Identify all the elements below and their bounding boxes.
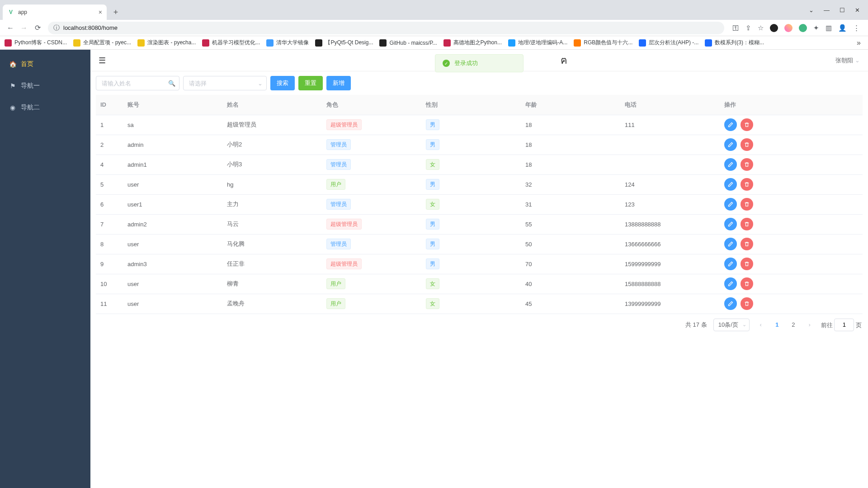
share-icon[interactable]: ⇪ (745, 24, 751, 32)
bookmark-item[interactable]: 层次分析法(AHP) -... (639, 39, 698, 47)
edit-button[interactable] (724, 138, 737, 151)
check-circle-icon: ✓ (443, 60, 450, 67)
bookmark-item[interactable]: 【PyQt5-Qt Desig... (315, 39, 373, 47)
delete-button[interactable] (741, 118, 753, 131)
toast-text: 登录成功 (454, 59, 478, 67)
browser-tab[interactable]: V app × (3, 5, 107, 20)
delete-button[interactable] (741, 158, 753, 171)
delete-button[interactable] (741, 297, 753, 310)
back-button[interactable]: ← (4, 21, 17, 35)
bookmark-item[interactable]: GitHub - maicss/P... (379, 39, 437, 47)
cell-account: user1 (123, 194, 222, 214)
page-number[interactable]: 1 (772, 319, 782, 331)
site-info-icon[interactable]: ⓘ (53, 24, 60, 32)
reload-button[interactable]: ⟳ (31, 21, 44, 35)
role-tag: 管理员 (326, 199, 351, 210)
delete-button[interactable] (741, 138, 753, 151)
bookmark-item[interactable]: 清华大学镜像 (266, 39, 309, 47)
edit-button[interactable] (724, 198, 737, 211)
sidebar-item[interactable]: ⚑导航一 (0, 75, 90, 97)
delete-button[interactable] (741, 198, 753, 211)
bookmark-item[interactable]: 全局配置项 - pyec... (73, 39, 131, 47)
bookmark-label: 机器学习模型优化... (212, 39, 260, 47)
maximize-icon[interactable]: ☐ (840, 7, 845, 14)
profile-avatar[interactable]: 👤 (838, 24, 847, 32)
table-row: 7admin2马云超级管理员男5513888888888 (96, 214, 863, 234)
edit-button[interactable] (724, 258, 737, 270)
browser-toolbar: ← → ⟳ ⓘ localhost:8080/home ⚿ ⇪ ☆ ✦ ▥ 👤 … (0, 20, 868, 36)
reset-button[interactable]: 重置 (298, 76, 323, 90)
cell-name: hg (222, 174, 322, 194)
edit-button[interactable] (724, 158, 737, 171)
user-menu[interactable]: 张朝阳 ⌄ (835, 56, 860, 65)
cell-ops (720, 254, 863, 274)
collapse-sidebar-button[interactable]: ☰ (99, 56, 106, 66)
vue-devtools-icon[interactable] (799, 24, 807, 32)
extension-icon[interactable] (770, 24, 778, 32)
search-button[interactable]: 搜索 (270, 76, 295, 90)
mascot-icon: ฅ (561, 52, 567, 68)
bookmark-item[interactable]: Python博客 - CSDN... (5, 39, 67, 47)
role-select[interactable]: ⌄ (183, 76, 267, 90)
cell-sex: 男 (421, 135, 521, 155)
sidebar-item-icon: ⚑ (9, 82, 16, 89)
table-row: 11user孟晚舟用户女4513999999999 (96, 294, 863, 314)
cell-id: 10 (96, 274, 123, 294)
bookmark-favicon (639, 39, 646, 47)
delete-button[interactable] (741, 218, 753, 230)
edit-button[interactable] (724, 238, 737, 250)
page-size-select[interactable]: 10条/页⌄ (713, 319, 750, 331)
extension-icon[interactable] (784, 24, 793, 32)
delete-button[interactable] (741, 178, 753, 191)
sidebar-item-label: 导航一 (21, 82, 40, 90)
edit-button[interactable] (724, 218, 737, 230)
cell-account: sa (123, 115, 222, 135)
bookmark-item[interactable]: 地理/逆地理编码-A... (508, 39, 567, 47)
page-number[interactable]: 2 (788, 319, 798, 331)
prev-page-button[interactable]: ‹ (756, 319, 766, 331)
edit-button[interactable] (724, 297, 737, 310)
browser-tab-strip: V app × + ⌄ — ☐ ✕ (0, 0, 868, 20)
edit-button[interactable] (724, 178, 737, 191)
cell-account: admin1 (123, 155, 222, 174)
bookmark-item[interactable]: 数模系列(3)：模糊... (705, 39, 764, 47)
name-search-input[interactable]: 🔍 (96, 76, 179, 90)
forward-button[interactable]: → (17, 21, 31, 35)
edit-button[interactable] (724, 118, 737, 131)
chevron-down-icon[interactable]: ⌄ (809, 7, 814, 14)
close-window-icon[interactable]: ✕ (855, 7, 860, 14)
cell-role: 超级管理员 (322, 214, 421, 234)
bookmark-label: 数模系列(3)：模糊... (715, 39, 764, 47)
bookmark-item[interactable]: 渲染图表 - pyecha... (137, 39, 196, 47)
next-page-button[interactable]: › (805, 319, 815, 331)
minimize-icon[interactable]: — (824, 7, 830, 14)
bookmark-item[interactable]: RGB颜色值与十六... (574, 39, 632, 47)
key-icon[interactable]: ⚿ (732, 24, 739, 32)
sidepanel-icon[interactable]: ▥ (826, 24, 832, 32)
close-tab-icon[interactable]: × (99, 9, 102, 16)
bookmark-favicon (266, 39, 274, 47)
bookmark-item[interactable]: 机器学习模型优化... (202, 39, 260, 47)
address-bar[interactable]: ⓘ localhost:8080/home (48, 22, 724, 34)
bookmark-item[interactable]: 高德地图之Python... (443, 39, 502, 47)
edit-button[interactable] (724, 277, 737, 290)
star-icon[interactable]: ☆ (758, 24, 764, 32)
search-icon[interactable]: 🔍 (168, 80, 175, 87)
new-tab-button[interactable]: + (109, 6, 122, 19)
delete-button[interactable] (741, 238, 753, 250)
jump-input[interactable] (834, 319, 854, 331)
cell-role: 用户 (322, 274, 421, 294)
bookmarks-overflow-icon[interactable]: » (857, 39, 863, 47)
sidebar-item[interactable]: 🏠首页 (0, 53, 90, 75)
bookmark-label: 高德地图之Python... (453, 39, 502, 47)
extensions-icon[interactable]: ✦ (813, 24, 819, 32)
add-button[interactable]: 新增 (326, 76, 351, 90)
cell-sex: 男 (421, 254, 521, 274)
cell-age: 32 (521, 174, 620, 194)
delete-button[interactable] (741, 277, 753, 290)
delete-button[interactable] (741, 258, 753, 270)
sidebar-item[interactable]: ◉导航二 (0, 97, 90, 118)
kebab-menu-icon[interactable]: ⋮ (853, 24, 860, 32)
sidebar-item-label: 首页 (21, 60, 33, 68)
role-tag: 管理员 (326, 139, 351, 150)
